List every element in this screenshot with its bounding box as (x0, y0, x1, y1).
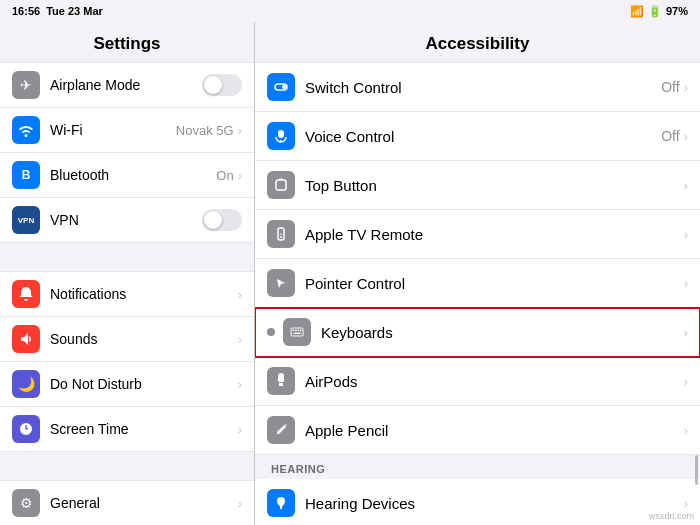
status-left: 16:56 Tue 23 Mar (12, 5, 103, 17)
content-item-airpods[interactable]: AirPods › (255, 357, 700, 406)
donotdisturb-icon: 🌙 (12, 370, 40, 398)
wifi-icon-sidebar (12, 116, 40, 144)
wifi-value: Novak 5G (176, 123, 234, 138)
sidebar-item-donotdisturb[interactable]: 🌙 Do Not Disturb › (0, 362, 254, 407)
screentime-chevron: › (238, 422, 242, 437)
sidebar-item-sounds[interactable]: Sounds › (0, 317, 254, 362)
sounds-icon (12, 325, 40, 353)
content-label-keyboards: Keyboards (321, 324, 684, 341)
content-title: Accessibility (255, 22, 700, 62)
content-item-applepencil[interactable]: Apple Pencil › (255, 406, 700, 455)
airplane-icon: ✈ (12, 71, 40, 99)
svg-point-15 (282, 85, 286, 89)
sidebar-label-screentime: Screen Time (50, 421, 238, 437)
sidebar-label-wifi: Wi-Fi (50, 122, 176, 138)
topbutton-icon (267, 171, 295, 199)
voicecontrol-icon (267, 122, 295, 150)
sidebar-label-bluetooth: Bluetooth (50, 167, 216, 183)
sounds-chevron: › (238, 332, 242, 347)
keyboards-dot (267, 328, 275, 336)
sidebar-label-dnd: Do Not Disturb (50, 376, 238, 392)
content-item-keyboards[interactable]: Keyboards › (255, 308, 700, 357)
battery-percent: 97% (666, 5, 688, 17)
sidebar-section-3: ⚙ General › Control Center › AA Display … (0, 480, 254, 525)
sidebar-label-notifications: Notifications (50, 286, 238, 302)
status-bar: 16:56 Tue 23 Mar 📶 🔋 97% (0, 0, 700, 22)
svg-rect-25 (298, 330, 300, 332)
hearingdevices-chevron: › (684, 496, 688, 511)
sidebar-item-wifi[interactable]: Wi-Fi Novak 5G › (0, 108, 254, 153)
notifications-chevron: › (238, 287, 242, 302)
content-item-pointercontrol[interactable]: Pointer Control › (255, 259, 700, 308)
wifi-icon: 📶 (630, 5, 644, 18)
content-item-switchcontrol[interactable]: Switch Control Off › (255, 62, 700, 112)
switchcontrol-value: Off (661, 79, 679, 95)
content-label-pointercontrol: Pointer Control (305, 275, 684, 292)
sidebar: Settings ✈ Airplane Mode Wi-Fi Novak 5G … (0, 22, 255, 525)
sidebar-label-airplane: Airplane Mode (50, 77, 202, 93)
airpods-chevron: › (684, 374, 688, 389)
voicecontrol-chevron: › (684, 129, 688, 144)
appletvremote-icon (267, 220, 295, 248)
sidebar-section-2: Notifications › Sounds › 🌙 Do Not Distur… (0, 271, 254, 452)
status-right: 📶 🔋 97% (630, 5, 688, 18)
hearingdevices-icon (267, 489, 295, 517)
pointercontrol-chevron: › (684, 276, 688, 291)
content-section-hearing: HEARING Hearing Devices › Sound Recognit… (255, 455, 700, 525)
vpn-toggle[interactable] (202, 209, 242, 231)
content-label-airpods: AirPods (305, 373, 684, 390)
content-label-topbutton: Top Button (305, 177, 684, 194)
dnd-chevron: › (238, 377, 242, 392)
screentime-icon (12, 415, 40, 443)
sidebar-item-general[interactable]: ⚙ General › (0, 480, 254, 525)
sidebar-gap-2 (0, 452, 254, 480)
status-date: Tue 23 Mar (46, 5, 103, 17)
applepencil-icon (267, 416, 295, 444)
switchcontrol-chevron: › (684, 80, 688, 95)
scrollbar-thumb[interactable] (695, 455, 698, 485)
content-item-hearingdevices[interactable]: Hearing Devices › (255, 479, 700, 525)
svg-rect-26 (300, 330, 302, 332)
vpn-icon: VPN (12, 206, 40, 234)
bluetooth-value: On (216, 168, 233, 183)
bluetooth-icon: B (12, 161, 40, 189)
watermark: wsxdn.com (649, 511, 694, 521)
battery-icon: 🔋 (648, 5, 662, 18)
sidebar-item-vpn[interactable]: VPN VPN (0, 198, 254, 243)
airpods-icon (267, 367, 295, 395)
keyboards-icon (283, 318, 311, 346)
content-label-appletvremote: Apple TV Remote (305, 226, 684, 243)
topbutton-chevron: › (684, 178, 688, 193)
sidebar-title: Settings (0, 22, 254, 62)
content-label-voicecontrol: Voice Control (305, 128, 661, 145)
airplane-toggle[interactable] (202, 74, 242, 96)
sidebar-label-vpn: VPN (50, 212, 202, 228)
sidebar-item-screentime[interactable]: Screen Time › (0, 407, 254, 452)
general-icon: ⚙ (12, 489, 40, 517)
status-time: 16:56 (12, 5, 40, 17)
svg-rect-16 (278, 130, 284, 138)
sidebar-section-1: ✈ Airplane Mode Wi-Fi Novak 5G › B Bluet… (0, 62, 254, 243)
sidebar-item-bluetooth[interactable]: B Bluetooth On › (0, 153, 254, 198)
content-item-topbutton[interactable]: Top Button › (255, 161, 700, 210)
svg-rect-22 (291, 328, 303, 336)
wifi-chevron: › (238, 123, 242, 138)
sidebar-label-sounds: Sounds (50, 331, 238, 347)
sidebar-item-airplane[interactable]: ✈ Airplane Mode (0, 62, 254, 108)
content-item-appletvremote[interactable]: Apple TV Remote › (255, 210, 700, 259)
content-item-voicecontrol[interactable]: Voice Control Off › (255, 112, 700, 161)
svg-rect-27 (294, 333, 301, 335)
svg-rect-17 (276, 180, 286, 190)
main-container: Settings ✈ Airplane Mode Wi-Fi Novak 5G … (0, 22, 700, 525)
svg-rect-18 (279, 179, 283, 181)
sidebar-gap-1 (0, 243, 254, 271)
content-section-motor: Switch Control Off › Voice Control Off ›… (255, 62, 700, 455)
keyboards-chevron: › (684, 325, 688, 340)
pointercontrol-icon (267, 269, 295, 297)
general-chevron: › (238, 496, 242, 511)
svg-rect-24 (295, 330, 297, 332)
content-label-hearingdevices: Hearing Devices (305, 495, 684, 512)
sidebar-item-notifications[interactable]: Notifications › (0, 271, 254, 317)
svg-point-20 (280, 236, 282, 238)
notifications-icon (12, 280, 40, 308)
